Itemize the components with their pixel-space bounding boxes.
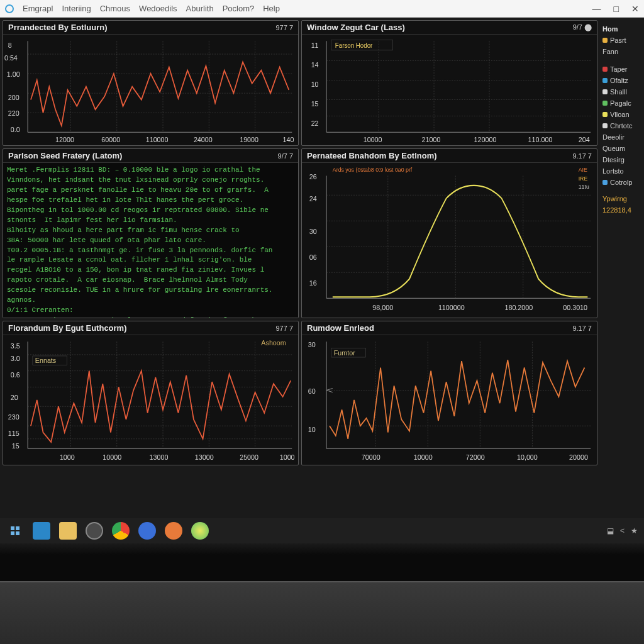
svg-text:06: 06 [309,253,317,261]
svg-text:13000: 13000 [150,453,169,460]
panel-console: Parlson Seed Fratery (Latom) 9/7 7 Meret… [3,148,299,318]
app-logo-icon [5,4,14,13]
svg-text:00.3010: 00.3010 [563,303,587,311]
firefox-icon[interactable] [165,522,182,540]
sidebar-label[interactable]: Vlloan [610,111,630,118]
svg-text:220: 220 [8,109,19,117]
sidebar-label[interactable]: Deeolir [602,133,625,141]
svg-text:110.000: 110.000 [528,136,553,143]
svg-text:20000: 20000 [569,453,588,460]
minimize-button[interactable]: — [592,4,601,14]
svg-text:15: 15 [12,442,19,450]
svg-text:11tu: 11tu [579,184,589,190]
edge-icon[interactable] [86,522,103,540]
workspace: Prrandected By Eotluurn) 977 7 [0,18,644,518]
panel-page: 977 7 [275,325,293,332]
menu-item[interactable]: Wedoedils [139,4,177,13]
svg-text:1000: 1000 [60,453,75,460]
panel-title: Parlson Seed Fratery (Latom) [8,151,122,160]
svg-text:IRE: IRE [579,175,588,181]
sidebar-label[interactable]: Queum [602,145,625,152]
panel-prrandected: Prrandected By Eotluurn) 977 7 [3,20,299,146]
window-controls: — □ ✕ [592,4,639,14]
tray-icon[interactable]: < [620,526,625,535]
sidebar-label[interactable]: Shalll [610,88,627,96]
svg-text:110000: 110000 [146,136,169,143]
sidebar-label[interactable]: Taper [610,65,628,73]
menu-item[interactable]: Help [263,4,280,13]
close-button[interactable]: ✕ [631,4,639,14]
svg-text:0.6: 0.6 [11,371,20,379]
panel-grid: Prrandected By Eotluurn) 977 7 [3,20,597,516]
panel-page: 9/7 ⬤ [573,23,592,31]
svg-text:AIE: AIE [579,167,587,173]
chart-area[interactable]: Ards yos (0stab8 0:9 lost 0a0 prf AIE IR… [302,163,597,318]
svg-text:Fumtor: Fumtor [334,349,355,357]
taskbar-app-icon[interactable] [33,522,50,540]
start-button[interactable] [6,522,24,540]
menu-item[interactable]: Aburlith [186,4,214,13]
svg-text:8: 8 [8,41,12,48]
panel-pernateed: Pernateed Bnahdom By Eotlnom) 9.17 7 Ard… [301,148,597,318]
chart-area[interactable]: Farson Hodor 11 14 10 [302,35,597,145]
menu-item[interactable]: Poclom? [223,4,255,13]
monitor-bezel [0,543,644,581]
menu-item[interactable]: Interiing [62,4,91,13]
svg-text:10000: 10000 [103,453,121,460]
svg-text:25000: 25000 [240,453,258,460]
tray-icon[interactable]: ⬓ [607,526,614,535]
svg-text:230: 230 [8,413,19,421]
svg-text:11: 11 [311,41,319,48]
svg-text:24: 24 [309,195,317,203]
svg-text:Ards yos (0stab8 0:9 lost 0a0 : Ards yos (0stab8 0:9 lost 0a0 prf [333,167,413,173]
panel-title: Window Zegut Car (Lass) [307,23,405,32]
legend-sidebar: Hom Pasrt Fann Taper Ofaltz Shalll Pagal… [600,20,644,516]
sidebar-label[interactable]: Dtesirg [602,156,625,164]
maximize-button[interactable]: □ [614,4,619,14]
svg-text:200: 200 [8,93,19,101]
svg-text:60000: 60000 [101,136,120,143]
sidebar-label: Pasrt [610,36,626,44]
svg-text:120000: 120000 [474,136,497,143]
chart-area[interactable]: Fumtor 30 60 10 70000 [302,335,597,465]
svg-text:Ennats: Ennats [35,357,57,364]
svg-text:10,000: 10,000 [517,453,538,460]
tray-icon[interactable]: ★ [631,526,638,535]
svg-text:3.5: 3.5 [11,341,20,349]
menu-item[interactable]: Chmous [100,4,130,13]
sidebar-highlight: 122818,4 [602,206,631,214]
sidebar-label[interactable]: Cotrolp [610,179,632,186]
svg-text:1.00: 1.00 [7,70,20,78]
svg-text:1000: 1000 [280,453,295,460]
svg-text:180.2000: 180.2000 [504,303,533,311]
file-explorer-icon[interactable] [59,522,77,540]
svg-text:16: 16 [309,279,317,287]
svg-text:22: 22 [311,119,319,127]
panel-title: Pernateed Bnahdom By Eotlnom) [307,151,437,160]
svg-text:15: 15 [311,100,319,108]
chart-area[interactable]: Ashoom Ennats [3,335,298,465]
menu-item[interactable]: Emgrapl [23,4,53,13]
console-output[interactable]: Meret .Fermplis 12811 BD: – 0.10000 ble … [3,163,298,318]
svg-text:20: 20 [11,394,18,401]
sidebar-label[interactable]: Ofaltz [610,77,628,84]
chrome-icon[interactable] [112,522,130,540]
sidebar-label: Fann [602,48,618,55]
svg-text:13000: 13000 [195,453,214,460]
safari-icon[interactable] [138,522,156,540]
svg-text:115: 115 [8,429,19,436]
svg-text:140: 140 [283,136,294,143]
system-tray[interactable]: ⬓ < ★ [607,526,638,535]
svg-text:21000: 21000 [422,136,441,143]
svg-text:0.0: 0.0 [11,126,20,133]
sidebar-label[interactable]: Pagalc [610,99,631,107]
panel-title: Rumdow Enrleod [307,323,374,333]
sidebar-label[interactable]: Chrtotc [610,122,632,130]
panel-page: 9.17 7 [572,325,592,332]
chart-area[interactable]: 8 0:54 1.00 200 220 0.0 12000 60000 1100… [3,35,298,145]
misc-app-icon[interactable] [191,522,209,540]
svg-text:72000: 72000 [466,453,485,460]
sidebar-label[interactable]: Lortsto [602,167,624,175]
panel-florandum: Florandum By Egut Euthcorm) 977 7 Ashoom… [3,321,299,465]
svg-text:30: 30 [309,228,317,235]
